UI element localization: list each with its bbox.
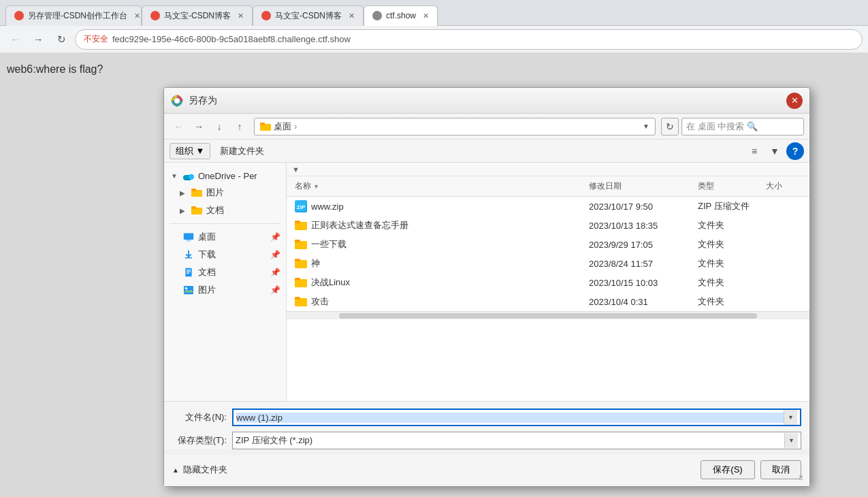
dialog-titlebar: 另存为 ✕ bbox=[164, 88, 809, 114]
header-name[interactable]: 名称 ▼ bbox=[292, 179, 586, 193]
chrome-icon bbox=[171, 95, 183, 107]
downloads-label: 下载 bbox=[198, 248, 216, 261]
filename-input-wrapper[interactable]: ▼ bbox=[232, 408, 801, 426]
file-row-4[interactable]: 决战Linux 2023/10/15 10:03 文件夹 bbox=[287, 273, 809, 292]
file-type-1: 文件夹 bbox=[698, 219, 724, 231]
tab-0[interactable]: 另存管理-CSDN创作工作台 ✕ bbox=[5, 5, 142, 26]
reload-button[interactable]: ↻ bbox=[52, 30, 71, 49]
tab-label-1: 马文宝-CSDN博客 bbox=[164, 10, 231, 22]
svg-rect-18 bbox=[187, 273, 189, 274]
filelist-header: 名称 ▼ 修改日期 类型 大小 bbox=[287, 176, 809, 197]
expand-documents bbox=[170, 268, 179, 277]
resize-dots: ⠿ bbox=[799, 475, 808, 482]
search-icon: 🔍 bbox=[747, 121, 758, 131]
view-dropdown-button[interactable]: ▼ bbox=[766, 142, 784, 160]
filetype-select-wrapper[interactable]: ZIP 压缩文件 (*.zip) ▼ bbox=[232, 432, 801, 449]
browser-tabs: 另存管理-CSDN创作工作台 ✕ 马文宝-CSDN博客 ✕ 马文宝-CSDN博客… bbox=[5, 0, 863, 26]
file-row-5[interactable]: 攻击 2023/10/4 0:31 文件夹 bbox=[287, 292, 809, 311]
dialog-forward-button[interactable]: → bbox=[190, 118, 208, 135]
browser-chrome: 另存管理-CSDN创作工作台 ✕ 马文宝-CSDN博客 ✕ 马文宝-CSDN博客… bbox=[0, 0, 868, 53]
save-button[interactable]: 保存(S) bbox=[701, 460, 755, 479]
address-field[interactable]: 不安全 fedc929e-195e-46c6-800b-9c5a018aebf8… bbox=[75, 29, 863, 50]
sidebar-item-docs[interactable]: ▶ 文档 bbox=[164, 202, 286, 219]
forward-button[interactable]: → bbox=[29, 30, 48, 49]
file-cell-size-1 bbox=[763, 224, 804, 227]
file-row-3[interactable]: 神 2023/8/24 11:57 文件夹 bbox=[287, 254, 809, 273]
file-row-0[interactable]: ZIP www.zip 2023/10/17 9:50 ZIP 压缩文件 bbox=[287, 197, 809, 216]
pictures-icon bbox=[183, 285, 194, 295]
header-type[interactable]: 类型 bbox=[695, 179, 763, 193]
search-box[interactable]: 在 桌面 中搜索 🔍 bbox=[681, 118, 804, 135]
file-date-0: 2023/10/17 9:50 bbox=[589, 202, 653, 212]
breadcrumb-folder-icon bbox=[260, 122, 271, 131]
horizontal-scrollbar[interactable] bbox=[287, 311, 809, 319]
svg-rect-26 bbox=[295, 240, 300, 242]
organize-button[interactable]: 组织 ▼ bbox=[170, 143, 210, 159]
tab-icon-0 bbox=[14, 11, 24, 20]
tab-close-2[interactable]: ✕ bbox=[349, 12, 355, 20]
tab-close-3[interactable]: ✕ bbox=[423, 12, 429, 20]
view-button[interactable]: ≡ bbox=[745, 142, 763, 160]
sidebar-item-pictures[interactable]: ▶ 图片 bbox=[164, 184, 286, 202]
svg-text:ZIP: ZIP bbox=[297, 204, 306, 210]
hide-folders-arrow: ▲ bbox=[172, 466, 179, 474]
tab-close-0[interactable]: ✕ bbox=[134, 12, 140, 20]
svg-rect-30 bbox=[295, 278, 300, 280]
sidebar-item-pictures2[interactable]: 图片 📌 bbox=[164, 281, 286, 299]
tab-close-1[interactable]: ✕ bbox=[238, 12, 244, 20]
sidebar-item-documents[interactable]: 文档 📌 bbox=[164, 263, 286, 281]
sidebar-section-pinned: 桌面 📌 下载 📌 bbox=[164, 227, 286, 300]
tab-label-0: 另存管理-CSDN创作工作台 bbox=[28, 10, 127, 22]
help-button[interactable]: ? bbox=[786, 142, 804, 160]
dialog-body: ▼ OneDrive - Per ▶ bbox=[164, 163, 809, 401]
filetype-dropdown[interactable]: ▼ bbox=[784, 433, 798, 448]
file-name-5: 攻击 bbox=[311, 295, 329, 308]
sidebar-item-onedrive[interactable]: ▼ OneDrive - Per bbox=[164, 168, 286, 184]
file-cell-size-2 bbox=[763, 243, 804, 246]
file-cell-name-1: 正则表达式速查备忘手册 bbox=[292, 218, 586, 233]
footer-buttons: 保存(S) 取消 bbox=[701, 460, 801, 479]
file-date-1: 2023/10/13 18:35 bbox=[589, 221, 658, 231]
dialog-back-button[interactable]: ← bbox=[170, 118, 187, 135]
folder-icon-2 bbox=[295, 239, 307, 250]
file-row-1[interactable]: 正则表达式速查备忘手册 2023/10/13 18:35 文件夹 bbox=[287, 216, 809, 235]
svg-rect-13 bbox=[186, 241, 191, 242]
dialog-breadcrumb[interactable]: 桌面 › ▼ bbox=[254, 118, 656, 135]
pictures-label: 图片 bbox=[206, 187, 224, 199]
filename-input[interactable] bbox=[236, 413, 784, 423]
file-cell-size-0 bbox=[763, 205, 804, 208]
tab-2[interactable]: 马文宝-CSDN博客 ✕ bbox=[253, 5, 364, 26]
sidebar-item-desktop[interactable]: 桌面 📌 bbox=[164, 228, 286, 246]
sidebar-item-downloads[interactable]: 下载 📌 bbox=[164, 246, 286, 263]
cancel-button[interactable]: 取消 bbox=[760, 460, 801, 479]
dialog-sidebar: ▼ OneDrive - Per ▶ bbox=[164, 163, 287, 401]
dialog-refresh-button[interactable]: ↻ bbox=[661, 118, 679, 135]
tab-3[interactable]: ctf.show ✕ bbox=[364, 5, 438, 26]
back-button[interactable]: ← bbox=[5, 30, 25, 49]
file-cell-size-5 bbox=[763, 300, 804, 303]
filename-dropdown[interactable]: ▼ bbox=[784, 410, 797, 425]
svg-rect-24 bbox=[295, 221, 300, 223]
svg-rect-8 bbox=[191, 189, 196, 191]
tab-1[interactable]: 马文宝-CSDN博客 ✕ bbox=[142, 5, 253, 26]
dialog-down-button[interactable]: ↓ bbox=[210, 118, 228, 135]
file-row-2[interactable]: 一些下载 2023/9/29 17:05 文件夹 bbox=[287, 235, 809, 254]
dialog-up-button[interactable]: ↑ bbox=[231, 118, 248, 135]
file-cell-size-3 bbox=[763, 262, 804, 265]
hide-folders-button[interactable]: ▲ 隐藏文件夹 bbox=[172, 464, 227, 476]
file-cell-name-3: 神 bbox=[292, 256, 586, 271]
desktop-label: 桌面 bbox=[198, 231, 216, 243]
file-name-3: 神 bbox=[311, 257, 320, 270]
file-cell-date-4: 2023/10/15 10:03 bbox=[586, 276, 695, 289]
file-cell-type-2: 文件夹 bbox=[695, 237, 763, 252]
file-cell-type-3: 文件夹 bbox=[695, 256, 763, 271]
breadcrumb-dropdown[interactable]: ▼ bbox=[643, 123, 649, 130]
header-size[interactable]: 大小 bbox=[763, 179, 804, 193]
resize-handle[interactable]: ⠿ bbox=[799, 475, 808, 485]
new-folder-button[interactable]: 新建文件夹 bbox=[214, 143, 270, 159]
list-collapse-arrow[interactable]: ▼ bbox=[292, 165, 300, 174]
header-date[interactable]: 修改日期 bbox=[586, 179, 695, 193]
dialog-overlay: 另存为 ✕ ← → ↓ ↑ 桌面 › ▼ bbox=[0, 53, 868, 497]
dialog-close-button[interactable]: ✕ bbox=[786, 93, 803, 109]
view-icon: ≡ bbox=[752, 146, 757, 157]
